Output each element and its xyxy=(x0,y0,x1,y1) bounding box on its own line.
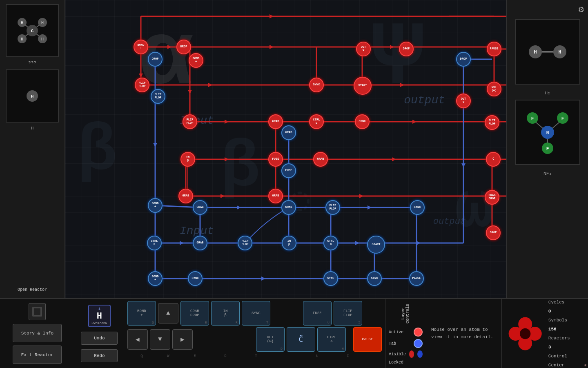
svg-marker-25 xyxy=(270,45,274,49)
settings-icon[interactable]: ⚙ xyxy=(579,4,584,15)
something-icon-btn[interactable] xyxy=(29,303,46,320)
exit-reactor-button[interactable]: Exit Reactor xyxy=(13,346,62,364)
node-in-beta-1[interactable]: INβ xyxy=(180,152,195,167)
cycles-value: 0 xyxy=(548,309,551,314)
node-drop-1[interactable]: DROP xyxy=(176,40,191,54)
watermark-alpha: α xyxy=(139,8,193,110)
tool-in-beta[interactable]: INβ R xyxy=(211,301,240,326)
tool-grab-drop[interactable]: GRABDROP E xyxy=(180,301,209,326)
toolbar-key-row: Q W E R T U I xyxy=(127,353,382,358)
tool-flip-flop[interactable]: FLIPFLOP I xyxy=(334,301,362,326)
node-flipflop-blue-3[interactable]: FLIPFLOP xyxy=(238,236,252,250)
svg-marker-76 xyxy=(355,241,359,245)
undo-button[interactable]: Undo xyxy=(81,332,118,345)
node-out-psi-1[interactable]: OUTΨ xyxy=(356,42,371,56)
story-info-button[interactable]: Story & Info xyxy=(13,324,62,342)
svg-marker-62 xyxy=(359,194,363,198)
node-drop-blue-2[interactable]: DROP xyxy=(456,52,471,67)
node-flipflop-1[interactable]: FLIPFLOP xyxy=(135,78,149,92)
arrow-up-button[interactable]: ▲ xyxy=(158,303,178,323)
label-output-right: output xyxy=(404,94,445,107)
node-pause-blue[interactable]: PAUSE xyxy=(409,271,424,286)
node-grab-3[interactable]: GRAB xyxy=(313,152,328,167)
node-sync-blue-3[interactable]: SYNC xyxy=(323,271,338,286)
node-grab-blue-1[interactable]: GRAB xyxy=(281,125,296,140)
layer-red-active-dot[interactable] xyxy=(414,328,423,337)
arrow-right-button[interactable]: ▶ xyxy=(172,329,193,350)
tool-pause[interactable]: PAUSE K xyxy=(353,327,382,352)
node-grab-drop-1[interactable]: GRABDROP xyxy=(485,190,499,205)
node-fuse-blue-1[interactable]: FUSE xyxy=(281,163,296,178)
tool-bond-plus[interactable]: BOND + Q xyxy=(127,301,156,326)
input-molecule-display-2: H xyxy=(6,69,59,123)
arrow-left-button[interactable]: ◀ xyxy=(127,329,148,350)
node-pause-1[interactable]: PAUSE xyxy=(487,42,501,56)
layer-controls-label: Layer Controls xyxy=(401,302,410,325)
node-bond-plus-1[interactable]: BOND+ xyxy=(134,40,148,54)
node-sync-blue-1[interactable]: SYNC xyxy=(410,200,425,215)
symbols-value: 156 xyxy=(548,327,557,332)
node-flipflop-blue-1[interactable]: FLIPFLOP xyxy=(151,89,165,104)
node-sync-1[interactable]: SYNC xyxy=(309,78,324,92)
node-ctrl-blue-2[interactable]: CTRLD xyxy=(323,236,338,250)
tool-ctrl[interactable]: CTRLA H xyxy=(317,327,346,352)
svg-marker-100 xyxy=(237,205,241,210)
reactors-label: Reactors xyxy=(548,334,584,343)
svg-marker-54 xyxy=(225,157,229,161)
node-grab-1[interactable]: GRAB xyxy=(268,114,283,129)
svg-text:F: F xyxy=(546,146,549,151)
node-bond-blue-2[interactable]: BOND+ xyxy=(148,271,163,286)
node-out-psi-2[interactable]: OUTΨ xyxy=(456,94,471,108)
node-flipflop-blue-2[interactable]: FLIPFLOP xyxy=(325,200,340,215)
node-sync-2[interactable]: SYNC xyxy=(355,114,370,129)
toolbar-row-1: BOND + Q ▲ GRABDROP E INβ R SYNC T FUSE … xyxy=(127,301,382,326)
node-grab-4[interactable]: GRAB xyxy=(178,189,193,203)
layer-locked-row: Locked xyxy=(389,360,423,365)
open-reactor-button[interactable]: Open Reactor xyxy=(18,288,47,292)
hydrogen-undo-panel: 1 H HYDROGEN Undo Redo xyxy=(75,299,124,368)
node-start-blue[interactable]: START xyxy=(367,236,385,254)
node-in-beta-blue[interactable]: INβ xyxy=(282,236,296,250)
layer-blue-visible-dot[interactable] xyxy=(417,350,422,358)
tool-rotate[interactable]: C̈G xyxy=(287,327,315,352)
node-bond-plus-2[interactable]: BOND+ xyxy=(189,53,203,68)
arrow-down-button[interactable]: ▼ xyxy=(150,329,170,350)
node-flipflop-4[interactable]: FLIPFLOP xyxy=(485,115,499,130)
node-flipflop-3[interactable]: FLIPFLOP xyxy=(183,114,197,129)
layer-tab-label: Tab xyxy=(389,341,396,346)
tool-fuse[interactable]: FUSE U xyxy=(303,301,332,326)
node-fuse-1[interactable]: FUSE xyxy=(268,152,283,167)
svg-marker-90 xyxy=(461,163,466,167)
layer-red-visible-dot[interactable] xyxy=(409,350,414,358)
redo-button[interactable]: Redo xyxy=(81,349,118,362)
node-out-omega[interactable]: OUT(ω) xyxy=(487,82,501,96)
node-grab-blue-4[interactable]: GRAB xyxy=(193,236,207,250)
node-ctrl-blue-1[interactable]: CTRLD xyxy=(147,236,162,250)
node-sync-blue-4[interactable]: SYNC xyxy=(367,271,382,286)
tool-sync[interactable]: SYNC T xyxy=(242,301,270,326)
node-ctrl-1[interactable]: CTRLD xyxy=(309,114,324,129)
node-drop-red-2[interactable]: DROP xyxy=(399,42,414,56)
svg-marker-40 xyxy=(208,83,212,87)
stats-panel: Cycles 0 Symbols 156 Reactors 3 Control … xyxy=(502,299,588,368)
node-sync-blue-2[interactable]: SYNC xyxy=(188,271,203,286)
node-drop-blue-1[interactable]: DROP xyxy=(148,52,163,67)
node-start-1[interactable]: START xyxy=(354,77,372,95)
node-bond-blue-1[interactable]: BOND+ xyxy=(148,198,163,213)
svg-marker-27 xyxy=(390,45,394,49)
svg-text:H: H xyxy=(41,21,44,25)
node-grab-blue-3[interactable]: GRAB xyxy=(281,200,296,215)
reactor-area: α Ψ β β ω ◌ Input Input output output xyxy=(65,0,506,298)
layer-active-row: Active xyxy=(389,328,423,337)
node-grab-5[interactable]: GRAB xyxy=(268,189,283,203)
node-repeat-1[interactable]: C̈ xyxy=(486,152,501,167)
layer-controls-panel: Layer Controls Active Tab Visible Locked xyxy=(385,299,426,368)
node-grab-blue-2[interactable]: GRAB xyxy=(193,200,207,215)
svg-text:F: F xyxy=(561,116,564,121)
tool-out[interactable]: OUT(ω) D xyxy=(256,327,285,352)
input-molecule-label-2: H xyxy=(31,126,34,131)
node-drop-5[interactable]: DROP xyxy=(486,225,501,240)
svg-text:N: N xyxy=(546,130,549,135)
svg-text:H: H xyxy=(21,21,23,25)
layer-blue-tab-dot[interactable] xyxy=(414,339,423,348)
